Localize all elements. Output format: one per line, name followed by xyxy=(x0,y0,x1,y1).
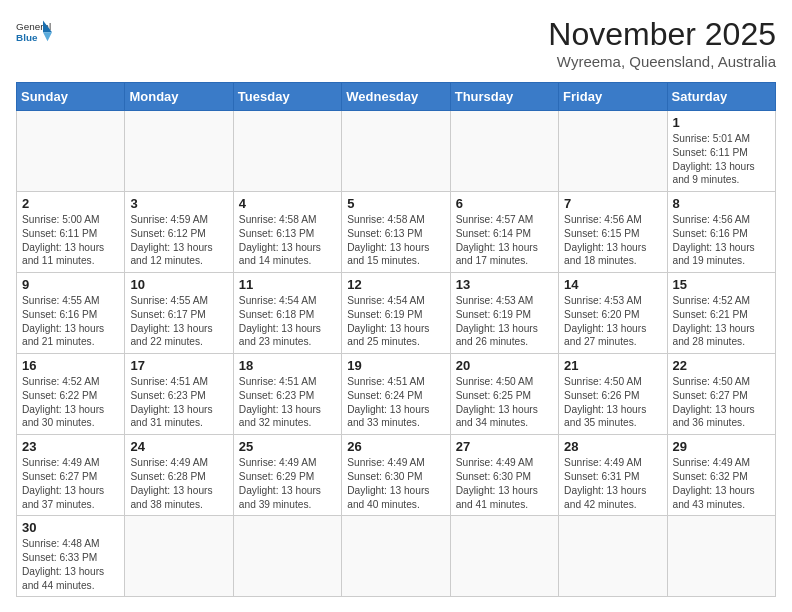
day-info: Sunrise: 4:53 AM Sunset: 6:20 PM Dayligh… xyxy=(564,294,661,349)
svg-marker-3 xyxy=(43,32,52,41)
calendar-week-row: 23Sunrise: 4:49 AM Sunset: 6:27 PM Dayli… xyxy=(17,435,776,516)
day-number: 4 xyxy=(239,196,336,211)
calendar-cell: 16Sunrise: 4:52 AM Sunset: 6:22 PM Dayli… xyxy=(17,354,125,435)
day-info: Sunrise: 4:56 AM Sunset: 6:16 PM Dayligh… xyxy=(673,213,770,268)
calendar-cell: 26Sunrise: 4:49 AM Sunset: 6:30 PM Dayli… xyxy=(342,435,450,516)
calendar-cell xyxy=(559,111,667,192)
day-info: Sunrise: 5:01 AM Sunset: 6:11 PM Dayligh… xyxy=(673,132,770,187)
calendar-cell: 15Sunrise: 4:52 AM Sunset: 6:21 PM Dayli… xyxy=(667,273,775,354)
calendar-cell: 2Sunrise: 5:00 AM Sunset: 6:11 PM Daylig… xyxy=(17,192,125,273)
day-info: Sunrise: 4:49 AM Sunset: 6:29 PM Dayligh… xyxy=(239,456,336,511)
day-info: Sunrise: 4:49 AM Sunset: 6:31 PM Dayligh… xyxy=(564,456,661,511)
day-info: Sunrise: 4:48 AM Sunset: 6:33 PM Dayligh… xyxy=(22,537,119,592)
weekday-header-tuesday: Tuesday xyxy=(233,83,341,111)
day-number: 8 xyxy=(673,196,770,211)
day-number: 20 xyxy=(456,358,553,373)
calendar-week-row: 16Sunrise: 4:52 AM Sunset: 6:22 PM Dayli… xyxy=(17,354,776,435)
weekday-header-row: SundayMondayTuesdayWednesdayThursdayFrid… xyxy=(17,83,776,111)
calendar-cell: 13Sunrise: 4:53 AM Sunset: 6:19 PM Dayli… xyxy=(450,273,558,354)
day-info: Sunrise: 4:50 AM Sunset: 6:25 PM Dayligh… xyxy=(456,375,553,430)
day-number: 13 xyxy=(456,277,553,292)
day-number: 22 xyxy=(673,358,770,373)
day-info: Sunrise: 4:50 AM Sunset: 6:26 PM Dayligh… xyxy=(564,375,661,430)
day-info: Sunrise: 4:53 AM Sunset: 6:19 PM Dayligh… xyxy=(456,294,553,349)
calendar-cell: 12Sunrise: 4:54 AM Sunset: 6:19 PM Dayli… xyxy=(342,273,450,354)
calendar-cell: 17Sunrise: 4:51 AM Sunset: 6:23 PM Dayli… xyxy=(125,354,233,435)
day-number: 1 xyxy=(673,115,770,130)
calendar-cell xyxy=(233,111,341,192)
day-number: 27 xyxy=(456,439,553,454)
day-number: 17 xyxy=(130,358,227,373)
calendar-cell: 14Sunrise: 4:53 AM Sunset: 6:20 PM Dayli… xyxy=(559,273,667,354)
day-info: Sunrise: 4:57 AM Sunset: 6:14 PM Dayligh… xyxy=(456,213,553,268)
day-number: 25 xyxy=(239,439,336,454)
month-title: November 2025 xyxy=(548,16,776,53)
calendar-cell xyxy=(125,516,233,597)
calendar-cell xyxy=(450,111,558,192)
day-info: Sunrise: 4:58 AM Sunset: 6:13 PM Dayligh… xyxy=(347,213,444,268)
day-number: 11 xyxy=(239,277,336,292)
calendar-cell: 18Sunrise: 4:51 AM Sunset: 6:23 PM Dayli… xyxy=(233,354,341,435)
day-number: 10 xyxy=(130,277,227,292)
calendar-cell: 11Sunrise: 4:54 AM Sunset: 6:18 PM Dayli… xyxy=(233,273,341,354)
calendar-cell xyxy=(559,516,667,597)
day-info: Sunrise: 4:54 AM Sunset: 6:18 PM Dayligh… xyxy=(239,294,336,349)
calendar-cell xyxy=(17,111,125,192)
calendar-cell: 8Sunrise: 4:56 AM Sunset: 6:16 PM Daylig… xyxy=(667,192,775,273)
svg-text:Blue: Blue xyxy=(16,32,38,43)
calendar-cell: 20Sunrise: 4:50 AM Sunset: 6:25 PM Dayli… xyxy=(450,354,558,435)
calendar-cell: 9Sunrise: 4:55 AM Sunset: 6:16 PM Daylig… xyxy=(17,273,125,354)
weekday-header-monday: Monday xyxy=(125,83,233,111)
weekday-header-wednesday: Wednesday xyxy=(342,83,450,111)
calendar-cell: 30Sunrise: 4:48 AM Sunset: 6:33 PM Dayli… xyxy=(17,516,125,597)
calendar-cell: 7Sunrise: 4:56 AM Sunset: 6:15 PM Daylig… xyxy=(559,192,667,273)
calendar-cell: 25Sunrise: 4:49 AM Sunset: 6:29 PM Dayli… xyxy=(233,435,341,516)
calendar-cell xyxy=(125,111,233,192)
calendar-cell: 1Sunrise: 5:01 AM Sunset: 6:11 PM Daylig… xyxy=(667,111,775,192)
day-info: Sunrise: 4:55 AM Sunset: 6:17 PM Dayligh… xyxy=(130,294,227,349)
day-number: 30 xyxy=(22,520,119,535)
day-number: 23 xyxy=(22,439,119,454)
logo: General Blue xyxy=(16,16,52,52)
day-info: Sunrise: 4:54 AM Sunset: 6:19 PM Dayligh… xyxy=(347,294,444,349)
calendar-cell: 24Sunrise: 4:49 AM Sunset: 6:28 PM Dayli… xyxy=(125,435,233,516)
calendar-cell: 29Sunrise: 4:49 AM Sunset: 6:32 PM Dayli… xyxy=(667,435,775,516)
weekday-header-thursday: Thursday xyxy=(450,83,558,111)
day-number: 18 xyxy=(239,358,336,373)
day-info: Sunrise: 4:51 AM Sunset: 6:23 PM Dayligh… xyxy=(130,375,227,430)
day-number: 7 xyxy=(564,196,661,211)
weekday-header-friday: Friday xyxy=(559,83,667,111)
calendar-cell xyxy=(233,516,341,597)
day-info: Sunrise: 4:49 AM Sunset: 6:32 PM Dayligh… xyxy=(673,456,770,511)
calendar-cell xyxy=(342,111,450,192)
day-info: Sunrise: 4:52 AM Sunset: 6:21 PM Dayligh… xyxy=(673,294,770,349)
calendar-week-row: 30Sunrise: 4:48 AM Sunset: 6:33 PM Dayli… xyxy=(17,516,776,597)
calendar-cell: 22Sunrise: 4:50 AM Sunset: 6:27 PM Dayli… xyxy=(667,354,775,435)
day-number: 21 xyxy=(564,358,661,373)
day-info: Sunrise: 4:59 AM Sunset: 6:12 PM Dayligh… xyxy=(130,213,227,268)
day-number: 12 xyxy=(347,277,444,292)
weekday-header-saturday: Saturday xyxy=(667,83,775,111)
calendar-cell xyxy=(667,516,775,597)
calendar-cell: 28Sunrise: 4:49 AM Sunset: 6:31 PM Dayli… xyxy=(559,435,667,516)
calendar-week-row: 9Sunrise: 4:55 AM Sunset: 6:16 PM Daylig… xyxy=(17,273,776,354)
day-info: Sunrise: 4:56 AM Sunset: 6:15 PM Dayligh… xyxy=(564,213,661,268)
calendar-cell: 4Sunrise: 4:58 AM Sunset: 6:13 PM Daylig… xyxy=(233,192,341,273)
calendar-cell: 3Sunrise: 4:59 AM Sunset: 6:12 PM Daylig… xyxy=(125,192,233,273)
day-info: Sunrise: 4:55 AM Sunset: 6:16 PM Dayligh… xyxy=(22,294,119,349)
day-number: 29 xyxy=(673,439,770,454)
logo-icon: General Blue xyxy=(16,16,52,52)
day-number: 19 xyxy=(347,358,444,373)
calendar-cell xyxy=(342,516,450,597)
page-header: General Blue November 2025 Wyreema, Quee… xyxy=(16,16,776,70)
weekday-header-sunday: Sunday xyxy=(17,83,125,111)
day-number: 6 xyxy=(456,196,553,211)
day-number: 14 xyxy=(564,277,661,292)
calendar-week-row: 2Sunrise: 5:00 AM Sunset: 6:11 PM Daylig… xyxy=(17,192,776,273)
calendar-cell: 23Sunrise: 4:49 AM Sunset: 6:27 PM Dayli… xyxy=(17,435,125,516)
calendar-cell: 10Sunrise: 4:55 AM Sunset: 6:17 PM Dayli… xyxy=(125,273,233,354)
day-number: 2 xyxy=(22,196,119,211)
day-info: Sunrise: 4:52 AM Sunset: 6:22 PM Dayligh… xyxy=(22,375,119,430)
day-info: Sunrise: 4:51 AM Sunset: 6:24 PM Dayligh… xyxy=(347,375,444,430)
calendar-cell: 6Sunrise: 4:57 AM Sunset: 6:14 PM Daylig… xyxy=(450,192,558,273)
